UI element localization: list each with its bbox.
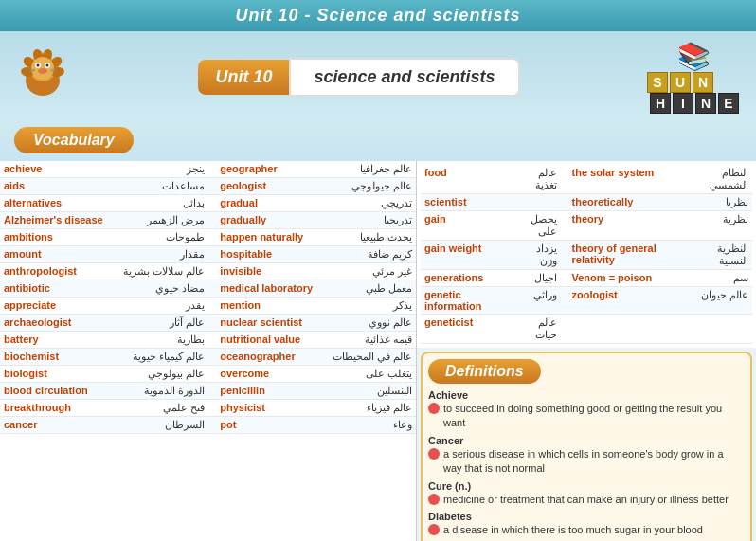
header-title: Unit 10 - Science and scientists [235,6,520,25]
definition-body: to succeed in doing something good or ge… [428,402,745,431]
definition-term: Diabetes [428,511,745,522]
main-content: achieveينجزgeographerعالم جغرافياaidsمسا… [0,161,756,541]
word-arabic: بدائل [114,195,208,212]
word-arabic: يزداد وزن [513,241,561,270]
svg-point-12 [46,63,49,66]
table-row: cancerالسرطانpotوعاء [0,417,416,434]
word-arabic: ينجز [114,161,208,178]
word-arabic: عالم حيات [513,315,561,344]
definitions-section: Definitions Achieveto succeed in doing s… [421,352,752,541]
lion-logo [14,47,71,108]
word-english: breakthrough [0,400,114,417]
table-row: gain weightيزداد وزنtheory of general re… [421,241,752,270]
word-arabic: اجيال [513,270,561,287]
svg-point-11 [37,63,40,66]
table-row: alternativesبدائلgradualتدريجي [0,195,416,212]
word-arabic-2: يذكر [323,298,416,315]
word-arabic: مساعدات [114,178,208,195]
definition-term: Cure (n.) [428,480,745,492]
word-arabic-2: تدريجيا [323,212,416,229]
word-english: food [421,165,513,194]
table-row: biologistعالم بيولوجيovercomeيتغلب على [0,366,416,383]
table-row: breakthroughفتح علميphysicistعالم فيزياء [0,400,416,417]
word-english-2: mention [216,298,323,315]
table-row: scientisttheoreticallyنظريا [421,194,752,211]
word-arabic-r2: النظام الشمسي [689,165,752,194]
word-english: generations [421,270,513,287]
definition-body: a disease in which there is too much sug… [428,523,745,537]
word-english-2: oceanographer [216,349,323,366]
word-english-2: pot [216,417,323,434]
word-english: genetic information [421,287,513,315]
word-english: scientist [421,194,513,211]
definition-bullet [428,403,440,414]
vocab-table: achieveينجزgeographerعالم جغرافياaidsمسا… [0,161,417,541]
word-english-2: geologist [216,178,323,195]
word-english-2: gradually [216,212,323,229]
table-row: batteryبطاريةnutritional valueقيمه غذائي… [0,332,416,349]
word-arabic: عالم تغذية [513,165,561,194]
definition-text: medicine or treatment that can make an i… [443,493,729,507]
unit-badge-container: Unit 10 science and scientists [198,58,519,97]
word-arabic-r2: النظرية النسبية [689,241,752,270]
word-arabic: وراثي [513,287,561,315]
table-row: geneticistعالم حيات [421,315,752,344]
top-section: Unit 10 science and scientists 📚 S U N H… [0,31,756,123]
table-row: appreciateيقدرmentionيذكر [0,298,416,315]
word-english: Alzheimer's disease [0,212,114,229]
word-arabic [513,194,561,211]
word-arabic-2: تدريجي [323,195,416,212]
definition-text: to succeed in doing something good or ge… [443,402,745,431]
word-arabic: يقدر [114,298,208,315]
definition-body: medicine or treatment that can make an i… [428,493,745,507]
definition-bullet [428,524,440,535]
definition-bullet [428,448,440,460]
table-row: genetic informationوراثيzoologistعالم حي… [421,287,752,315]
word-english-2: invisible [216,263,323,280]
sun-n: N [693,72,713,93]
table-row: blood circulationالدورة الدمويةpenicilli… [0,383,416,400]
word-english: biologist [0,366,114,383]
table-row: amountمقدارhospitableكريم ضافة [0,246,416,263]
word-english: antibiotic [0,280,114,298]
word-arabic: السرطان [114,417,208,434]
word-arabic-2: قيمه غذائية [323,332,416,349]
word-arabic-2: كريم ضافة [323,246,416,263]
word-arabic: الدورة الدموية [114,383,208,400]
word-english-2: overcome [216,366,323,383]
word-english: appreciate [0,298,114,315]
definition-text: a disease in which there is too much sug… [443,523,703,537]
sun-s: S [647,72,668,93]
table-row: gainيحصل علىtheoryنظرية [421,211,752,241]
word-english: anthropologist [0,263,114,280]
word-english: gain weight [421,241,513,270]
word-english-2: physicist [216,400,323,417]
word-arabic-2: يحدث طبيعيا [323,229,416,246]
vocab-badge: Vocabulary [14,127,134,153]
word-arabic-2: البنسلين [323,383,416,400]
word-arabic: فتح علمي [114,400,208,417]
word-english: alternatives [0,195,114,212]
definition-term: Achieve [428,389,745,401]
word-english: geneticist [421,315,513,344]
table-row: antibioticمضاد حيويmedical laboratoryمعم… [0,280,416,298]
word-arabic-r2: سم [689,270,752,287]
word-english-2: happen naturally [216,229,323,246]
table-row: foodعالم تغذيةthe solar systemالنظام الش… [421,165,752,194]
word-english: cancer [0,417,114,434]
word-english: archaeologist [0,315,114,332]
word-arabic: طموحات [114,229,208,246]
header: Unit 10 - Science and scientists [0,0,756,31]
word-english: amount [0,246,114,263]
word-arabic-2: غير مرئي [323,263,416,280]
shine-h: H [650,93,671,114]
word-english-r2: zoologist [568,287,689,315]
table-row: anthropologistعالم سلالات بشريةinvisible… [0,263,416,280]
word-english: aids [0,178,114,195]
definition-item: Diabetesa disease in which there is too … [428,511,745,537]
word-arabic: مرض الزهيمر [114,212,208,229]
sunshine-row2: H I N E [650,93,739,114]
definition-item: Cancera serious disease in which cells i… [428,435,745,477]
table-row: generationsاجيالVenom = poisonسم [421,270,752,287]
shine-e: E [718,93,739,114]
